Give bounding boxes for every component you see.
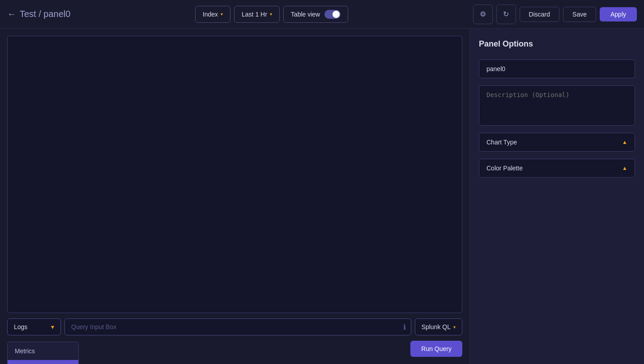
info-icon[interactable]: ℹ — [403, 323, 406, 331]
back-icon: ← — [7, 9, 16, 19]
refresh-button[interactable]: ↻ — [496, 4, 516, 24]
panel-description-input[interactable] — [479, 85, 635, 126]
save-button[interactable]: Save — [563, 7, 596, 22]
data-source-menu: Metrics Logs Traces — [7, 342, 79, 364]
chart-type-label: Chart Type — [486, 139, 517, 146]
data-source-label: Logs — [14, 323, 27, 330]
gear-icon: ⚙ — [480, 10, 486, 18]
settings-button[interactable]: ⚙ — [473, 4, 493, 24]
breadcrumb: Test / panel0 — [20, 9, 70, 19]
main-layout: Logs ▾ ℹ Splunk QL ▾ Metrics Logs Traces… — [0, 29, 644, 364]
color-palette-label: Color Palette — [486, 165, 523, 172]
chevron-down-icon: ▾ — [51, 323, 54, 330]
chart-type-select[interactable]: Chart Type ▲ — [479, 133, 635, 152]
toggle-knob — [333, 11, 340, 18]
panel-options-title: Panel Options — [479, 39, 635, 49]
chevron-down-icon: ▾ — [221, 12, 223, 17]
data-source-dropdown[interactable]: Logs ▾ — [7, 318, 61, 335]
left-panel: Logs ▾ ℹ Splunk QL ▾ Metrics Logs Traces… — [0, 29, 469, 364]
toggle-switch[interactable] — [324, 10, 341, 19]
apply-button[interactable]: Apply — [600, 7, 637, 21]
discard-button[interactable]: Discard — [520, 7, 559, 22]
app-header: ← Test / panel0 Index ▾ Last 1 Hr ▾ Tabl… — [0, 0, 644, 29]
right-panel: Panel Options Chart Type ▲ Color Palette… — [469, 29, 644, 364]
query-language-button[interactable]: Splunk QL ▾ — [415, 318, 462, 335]
table-view-button[interactable]: Table view — [283, 6, 348, 23]
index-button[interactable]: Index ▾ — [195, 6, 230, 23]
dropdown-item-metrics[interactable]: Metrics — [8, 342, 78, 360]
query-bar: Logs ▾ ℹ Splunk QL ▾ Metrics Logs Traces — [7, 318, 462, 335]
time-range-button[interactable]: Last 1 Hr ▾ — [234, 6, 280, 23]
chevron-up-icon: ▲ — [622, 165, 627, 171]
header-center: Index ▾ Last 1 Hr ▾ Table view — [195, 6, 348, 23]
dropdown-item-logs[interactable]: Logs — [8, 360, 78, 364]
chevron-down-icon: ▾ — [270, 12, 272, 17]
query-input[interactable] — [64, 318, 411, 335]
back-button[interactable]: ← Test / panel0 — [7, 9, 70, 19]
color-palette-select[interactable]: Color Palette ▲ — [479, 159, 635, 178]
chart-area — [7, 36, 462, 313]
chevron-up-icon: ▲ — [622, 139, 627, 145]
run-query-button[interactable]: Run Query — [410, 341, 462, 357]
query-input-wrapper: ℹ — [64, 318, 411, 335]
chevron-down-icon: ▾ — [453, 325, 456, 330]
refresh-icon: ↻ — [503, 10, 509, 18]
header-right: ⚙ ↻ Discard Save Apply — [473, 4, 637, 24]
panel-name-input[interactable] — [479, 59, 635, 78]
